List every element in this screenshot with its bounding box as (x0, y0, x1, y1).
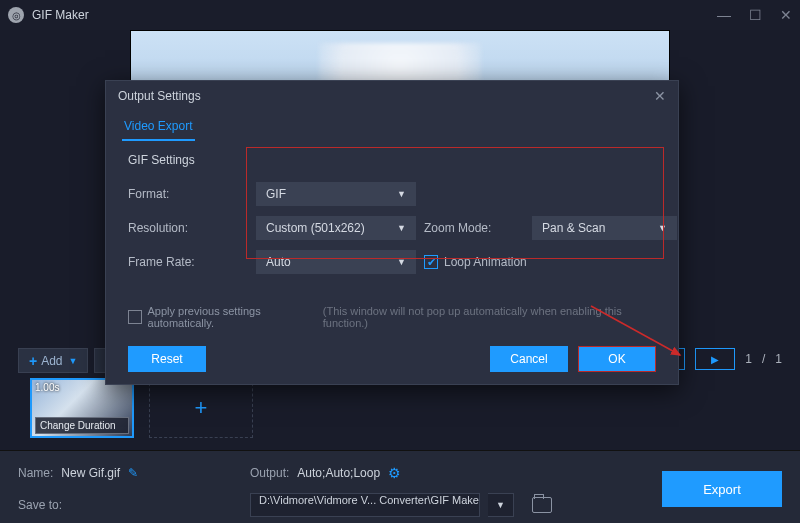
saveto-label: Save to: (18, 498, 62, 512)
open-folder-icon[interactable] (532, 497, 552, 513)
export-button[interactable]: Export (662, 471, 782, 507)
output-settings-icon[interactable]: ⚙ (388, 465, 401, 481)
app-logo-icon: ◎ (8, 7, 24, 23)
cancel-button[interactable]: Cancel (490, 346, 568, 372)
bottom-bar: Name: New Gif.gif ✎ Output: Auto;Auto;Lo… (0, 450, 800, 523)
output-label: Output: (250, 466, 289, 480)
chevron-down-icon: ▼ (397, 189, 406, 199)
framerate-value: Auto (266, 255, 291, 269)
chevron-down-icon: ▼ (658, 223, 667, 233)
tab-video-export[interactable]: Video Export (122, 113, 195, 141)
dialog-close-icon[interactable]: ✕ (654, 88, 666, 104)
auto-apply-checkbox[interactable]: ✔ (128, 310, 142, 324)
maximize-icon[interactable]: ☐ (749, 7, 762, 23)
resolution-value: Custom (501x262) (266, 221, 365, 235)
zoom-mode-label: Zoom Mode: (424, 221, 524, 235)
edit-name-icon[interactable]: ✎ (128, 466, 138, 480)
loop-animation-label: Loop Animation (444, 255, 527, 269)
format-select[interactable]: GIF▼ (256, 182, 416, 206)
gif-settings-heading: GIF Settings (128, 153, 656, 167)
format-value: GIF (266, 187, 286, 201)
dialog-title: Output Settings (118, 89, 201, 103)
auto-apply-label: Apply previous settings automatically. (148, 305, 323, 329)
zoom-mode-select[interactable]: Pan & Scan▼ (532, 216, 677, 240)
close-icon[interactable]: ✕ (780, 7, 792, 23)
resolution-label: Resolution: (128, 221, 248, 235)
saveto-dropdown[interactable]: ▼ (488, 493, 514, 517)
format-label: Format: (128, 187, 248, 201)
zoom-mode-value: Pan & Scan (542, 221, 605, 235)
titlebar: ◎ GIF Maker — ☐ ✕ (0, 0, 800, 30)
chevron-down-icon: ▼ (397, 257, 406, 267)
minimize-icon[interactable]: — (717, 7, 731, 23)
reset-button[interactable]: Reset (128, 346, 206, 372)
name-label: Name: (18, 466, 53, 480)
ok-button[interactable]: OK (578, 346, 656, 372)
framerate-select[interactable]: Auto▼ (256, 250, 416, 274)
output-settings-dialog: Output Settings ✕ Video Export GIF Setti… (105, 80, 679, 385)
loop-animation-checkbox[interactable]: ✔ (424, 255, 438, 269)
name-value: New Gif.gif (61, 466, 120, 480)
chevron-down-icon: ▼ (397, 223, 406, 233)
saveto-path[interactable]: D:\Vidmore\Vidmore V... Converter\GIF Ma… (250, 493, 480, 517)
app-title: GIF Maker (32, 8, 717, 22)
auto-apply-hint: (This window will not pop up automatical… (323, 305, 656, 329)
framerate-label: Frame Rate: (128, 255, 248, 269)
resolution-select[interactable]: Custom (501x262)▼ (256, 216, 416, 240)
output-value: Auto;Auto;Loop (297, 466, 380, 480)
